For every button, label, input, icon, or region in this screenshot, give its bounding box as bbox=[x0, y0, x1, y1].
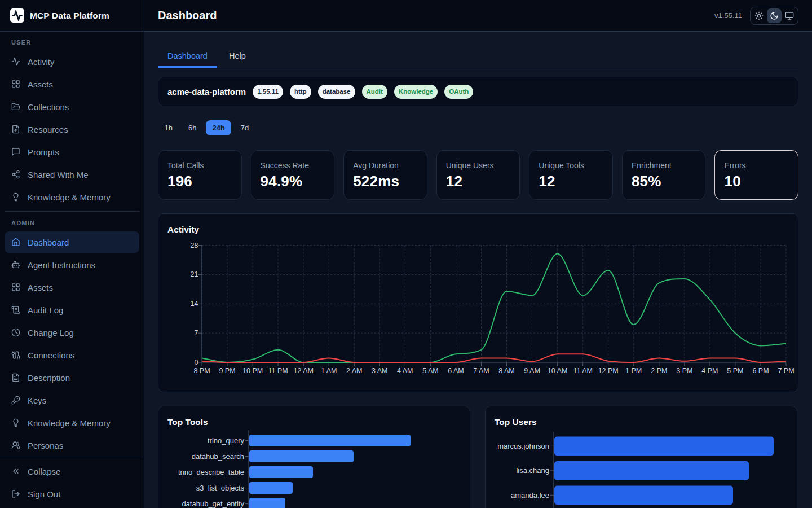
svg-text:6 AM: 6 AM bbox=[448, 367, 464, 375]
svg-text:28: 28 bbox=[191, 242, 198, 249]
svg-text:6 PM: 6 PM bbox=[752, 367, 769, 375]
svg-text:2 PM: 2 PM bbox=[651, 367, 667, 375]
svg-text:2 AM: 2 AM bbox=[346, 367, 363, 375]
svg-text:s3_list_objects: s3_list_objects bbox=[196, 484, 245, 492]
svg-text:datahub_get_entity: datahub_get_entity bbox=[182, 500, 244, 508]
svg-text:9 AM: 9 AM bbox=[524, 367, 540, 375]
svg-text:trino_describe_table: trino_describe_table bbox=[178, 468, 244, 476]
svg-text:7 PM: 7 PM bbox=[778, 367, 794, 375]
svg-text:7: 7 bbox=[195, 329, 198, 337]
svg-text:8 AM: 8 AM bbox=[498, 367, 515, 375]
svg-text:10 PM: 10 PM bbox=[242, 367, 263, 375]
svg-text:7 AM: 7 AM bbox=[473, 367, 489, 375]
svg-text:11 PM: 11 PM bbox=[268, 367, 288, 375]
svg-text:8 PM: 8 PM bbox=[193, 367, 210, 375]
svg-text:0: 0 bbox=[195, 358, 198, 366]
svg-text:14: 14 bbox=[191, 300, 198, 308]
svg-text:3 AM: 3 AM bbox=[372, 367, 388, 375]
svg-text:trino_query: trino_query bbox=[208, 436, 245, 445]
svg-text:5 AM: 5 AM bbox=[422, 367, 439, 375]
svg-text:1 AM: 1 AM bbox=[321, 367, 337, 375]
svg-text:datahub_search: datahub_search bbox=[192, 452, 244, 461]
svg-text:3 PM: 3 PM bbox=[676, 367, 692, 375]
svg-text:5 PM: 5 PM bbox=[727, 367, 743, 375]
svg-text:9 PM: 9 PM bbox=[219, 367, 235, 375]
svg-text:12 PM: 12 PM bbox=[598, 367, 619, 375]
svg-text:11 AM: 11 AM bbox=[573, 367, 593, 375]
svg-text:21: 21 bbox=[191, 270, 198, 278]
svg-text:marcus.johnson: marcus.johnson bbox=[497, 442, 549, 450]
svg-text:1 PM: 1 PM bbox=[625, 367, 642, 375]
svg-text:4 AM: 4 AM bbox=[397, 367, 413, 375]
svg-text:10 AM: 10 AM bbox=[548, 367, 567, 375]
svg-text:lisa.chang: lisa.chang bbox=[516, 466, 549, 475]
svg-text:4 PM: 4 PM bbox=[701, 367, 718, 375]
svg-text:amanda.lee: amanda.lee bbox=[511, 491, 549, 500]
svg-text:12 AM: 12 AM bbox=[293, 367, 313, 375]
